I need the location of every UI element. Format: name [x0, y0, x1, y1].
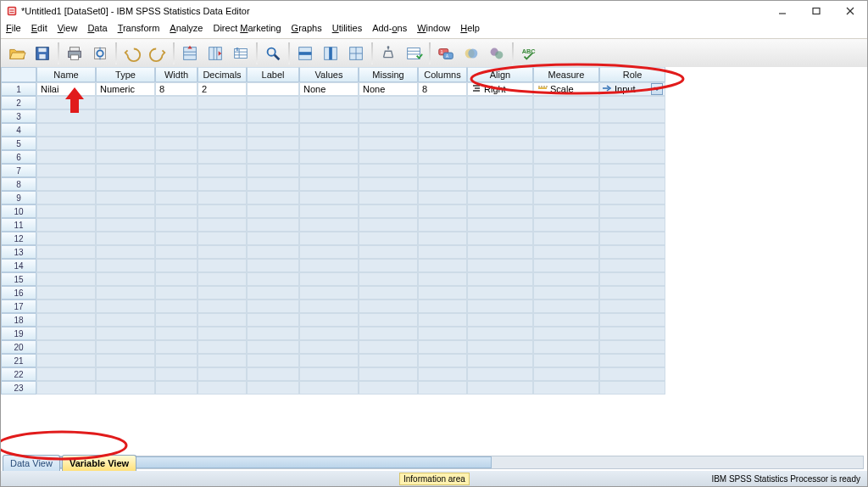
empty-cell[interactable]	[247, 109, 299, 123]
empty-cell[interactable]	[36, 286, 96, 299]
empty-cell[interactable]	[418, 137, 467, 150]
empty-cell[interactable]	[96, 96, 155, 109]
empty-cell[interactable]	[155, 245, 198, 259]
empty-cell[interactable]	[96, 109, 155, 123]
empty-cell[interactable]	[418, 327, 467, 340]
empty-cell[interactable]	[36, 340, 96, 354]
empty-cell[interactable]	[418, 313, 467, 327]
cell-missing[interactable]: None	[359, 82, 418, 96]
empty-cell[interactable]	[155, 204, 198, 218]
empty-cell[interactable]	[36, 327, 96, 340]
empty-cell[interactable]	[418, 164, 467, 177]
empty-cell[interactable]	[155, 381, 198, 395]
row-number[interactable]: 10	[1, 204, 36, 218]
empty-cell[interactable]	[418, 381, 467, 395]
menu-direct-marketing[interactable]: Direct Marketing	[213, 23, 281, 38]
row-number[interactable]: 2	[1, 96, 36, 109]
col-header-role[interactable]: Role	[599, 67, 665, 82]
col-header-decimals[interactable]: Decimals	[198, 67, 247, 82]
cell-name[interactable]: Nilai	[36, 82, 96, 96]
empty-cell[interactable]	[299, 232, 359, 245]
empty-cell[interactable]	[359, 150, 418, 164]
goto-variable-icon[interactable]	[203, 42, 227, 65]
empty-cell[interactable]	[36, 191, 96, 204]
empty-cell[interactable]	[155, 299, 198, 313]
empty-cell[interactable]	[599, 204, 665, 218]
empty-cell[interactable]	[599, 109, 665, 123]
empty-cell[interactable]	[299, 137, 359, 150]
use-sets-icon[interactable]	[459, 42, 483, 65]
print-icon[interactable]	[63, 42, 86, 65]
empty-cell[interactable]	[299, 218, 359, 232]
empty-cell[interactable]	[359, 327, 418, 340]
col-header-align[interactable]: Align	[467, 67, 533, 82]
empty-cell[interactable]	[36, 109, 96, 123]
row-number[interactable]: 6	[1, 150, 36, 164]
empty-cell[interactable]	[96, 327, 155, 340]
weight-cases-icon[interactable]	[376, 42, 400, 65]
empty-cell[interactable]	[467, 218, 533, 232]
empty-cell[interactable]	[155, 109, 198, 123]
empty-cell[interactable]	[533, 259, 599, 272]
empty-cell[interactable]	[359, 204, 418, 218]
undo-icon[interactable]	[120, 42, 144, 65]
empty-cell[interactable]	[299, 313, 359, 327]
empty-cell[interactable]	[247, 96, 299, 109]
tab-data-view[interactable]: Data View	[3, 455, 60, 471]
empty-cell[interactable]	[359, 381, 418, 395]
empty-cell[interactable]	[533, 286, 599, 299]
empty-cell[interactable]	[533, 299, 599, 313]
empty-cell[interactable]	[198, 367, 247, 381]
empty-cell[interactable]	[155, 259, 198, 272]
empty-cell[interactable]	[359, 354, 418, 367]
empty-cell[interactable]	[36, 381, 96, 395]
empty-cell[interactable]	[247, 218, 299, 232]
empty-cell[interactable]	[155, 272, 198, 286]
empty-cell[interactable]	[247, 245, 299, 259]
empty-cell[interactable]	[299, 286, 359, 299]
empty-cell[interactable]	[359, 164, 418, 177]
save-icon[interactable]	[31, 42, 54, 65]
menu-graphs[interactable]: Graphs	[292, 23, 322, 38]
empty-cell[interactable]	[533, 204, 599, 218]
empty-cell[interactable]	[299, 354, 359, 367]
empty-cell[interactable]	[359, 109, 418, 123]
empty-cell[interactable]	[418, 354, 467, 367]
row-number[interactable]: 7	[1, 164, 36, 177]
row-number[interactable]: 13	[1, 245, 36, 259]
empty-cell[interactable]	[198, 177, 247, 191]
empty-cell[interactable]	[359, 245, 418, 259]
col-header-measure[interactable]: Measure	[533, 67, 599, 82]
empty-cell[interactable]	[359, 232, 418, 245]
select-cases-icon[interactable]	[402, 42, 426, 65]
empty-cell[interactable]	[533, 150, 599, 164]
empty-cell[interactable]	[299, 327, 359, 340]
empty-cell[interactable]	[247, 232, 299, 245]
empty-cell[interactable]	[36, 96, 96, 109]
empty-cell[interactable]	[36, 164, 96, 177]
empty-cell[interactable]	[96, 164, 155, 177]
empty-cell[interactable]	[533, 123, 599, 137]
empty-cell[interactable]	[155, 354, 198, 367]
empty-cell[interactable]	[467, 245, 533, 259]
close-button[interactable]	[833, 1, 867, 21]
insert-variable-icon[interactable]	[319, 42, 342, 65]
empty-cell[interactable]	[155, 164, 198, 177]
empty-cell[interactable]	[533, 381, 599, 395]
tab-variable-view[interactable]: Variable View	[62, 455, 136, 471]
empty-cell[interactable]	[599, 327, 665, 340]
empty-cell[interactable]	[96, 259, 155, 272]
maximize-button[interactable]	[799, 1, 833, 21]
menu-addons[interactable]: Add-ons	[372, 23, 407, 38]
empty-cell[interactable]	[299, 367, 359, 381]
role-dropdown-icon[interactable]	[651, 83, 663, 95]
empty-cell[interactable]	[36, 354, 96, 367]
empty-cell[interactable]	[599, 164, 665, 177]
empty-cell[interactable]	[198, 340, 247, 354]
empty-cell[interactable]	[155, 177, 198, 191]
empty-cell[interactable]	[418, 367, 467, 381]
empty-cell[interactable]	[418, 218, 467, 232]
empty-cell[interactable]	[599, 150, 665, 164]
empty-cell[interactable]	[533, 340, 599, 354]
empty-cell[interactable]	[198, 164, 247, 177]
